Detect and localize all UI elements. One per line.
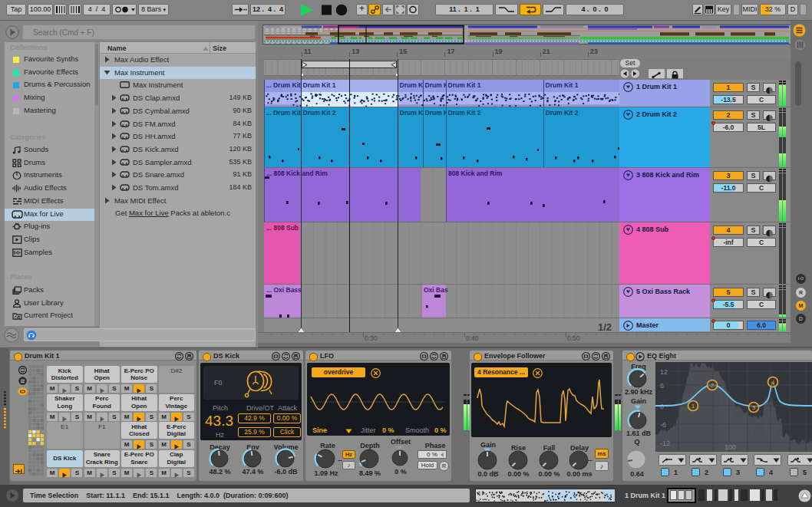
svg-text:12: 12 — [660, 368, 668, 376]
svg-text:2: 2 — [711, 382, 715, 389]
svg-text:100: 100 — [725, 443, 736, 451]
svg-text:4: 4 — [771, 379, 775, 386]
svg-text:-12: -12 — [660, 440, 670, 447]
svg-text:-6: -6 — [660, 421, 666, 429]
svg-text:1: 1 — [692, 403, 695, 410]
svg-text:3: 3 — [752, 404, 756, 411]
svg-text:6: 6 — [660, 382, 664, 390]
svg-text:0: 0 — [660, 403, 664, 410]
